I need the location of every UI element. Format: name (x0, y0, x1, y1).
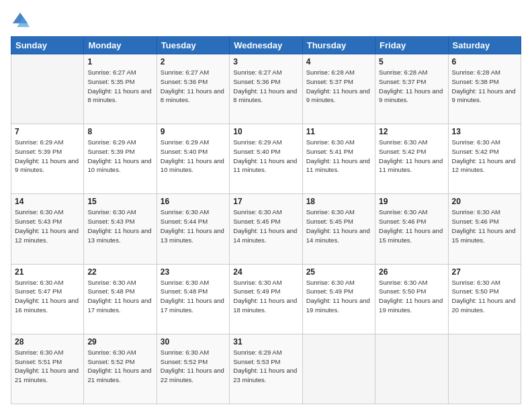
day-number: 12 (379, 127, 444, 136)
calendar-cell (11, 54, 84, 124)
day-number: 20 (452, 197, 517, 206)
calendar-cell: 21Sunrise: 6:30 AMSunset: 5:47 PMDayligh… (11, 264, 84, 334)
calendar-body: 1Sunrise: 6:27 AMSunset: 5:35 PMDaylight… (11, 54, 521, 404)
calendar-cell (302, 334, 375, 404)
day-info: Sunrise: 6:30 AMSunset: 5:49 PMDaylight:… (233, 278, 298, 315)
day-info: Sunrise: 6:30 AMSunset: 5:41 PMDaylight:… (306, 138, 371, 175)
calendar-cell: 23Sunrise: 6:30 AMSunset: 5:48 PMDayligh… (157, 264, 229, 334)
weekday-header-tuesday: Tuesday (157, 37, 229, 54)
calendar-week-5: 28Sunrise: 6:30 AMSunset: 5:51 PMDayligh… (11, 334, 521, 404)
day-info: Sunrise: 6:30 AMSunset: 5:50 PMDaylight:… (379, 278, 444, 315)
day-number: 30 (161, 337, 226, 347)
day-number: 17 (233, 197, 298, 206)
day-info: Sunrise: 6:30 AMSunset: 5:42 PMDaylight:… (379, 138, 444, 175)
logo-icon (11, 11, 30, 30)
calendar-cell: 26Sunrise: 6:30 AMSunset: 5:50 PMDayligh… (375, 264, 448, 334)
calendar-cell: 12Sunrise: 6:30 AMSunset: 5:42 PMDayligh… (375, 124, 448, 194)
weekday-header-saturday: Saturday (448, 37, 521, 54)
day-info: Sunrise: 6:29 AMSunset: 5:40 PMDaylight:… (233, 138, 298, 175)
calendar-cell (448, 334, 521, 404)
calendar-cell: 8Sunrise: 6:29 AMSunset: 5:39 PMDaylight… (84, 124, 157, 194)
day-info: Sunrise: 6:30 AMSunset: 5:47 PMDaylight:… (15, 278, 80, 315)
calendar-cell: 20Sunrise: 6:30 AMSunset: 5:46 PMDayligh… (448, 194, 521, 264)
day-info: Sunrise: 6:29 AMSunset: 5:40 PMDaylight:… (161, 138, 226, 175)
calendar-table: SundayMondayTuesdayWednesdayThursdayFrid… (11, 36, 521, 404)
day-info: Sunrise: 6:27 AMSunset: 5:36 PMDaylight:… (161, 68, 226, 105)
weekday-header-friday: Friday (375, 37, 448, 54)
calendar-cell: 6Sunrise: 6:28 AMSunset: 5:38 PMDaylight… (448, 54, 521, 124)
day-number: 1 (87, 57, 152, 66)
day-number: 23 (161, 267, 226, 277)
calendar-cell: 3Sunrise: 6:27 AMSunset: 5:36 PMDaylight… (230, 54, 302, 124)
day-number: 13 (452, 127, 517, 136)
day-info: Sunrise: 6:30 AMSunset: 5:42 PMDaylight:… (452, 138, 517, 175)
calendar-cell: 28Sunrise: 6:30 AMSunset: 5:51 PMDayligh… (11, 334, 84, 404)
day-info: Sunrise: 6:30 AMSunset: 5:50 PMDaylight:… (452, 278, 517, 315)
day-number: 26 (379, 267, 444, 277)
day-info: Sunrise: 6:28 AMSunset: 5:37 PMDaylight:… (306, 68, 371, 105)
day-number: 10 (233, 127, 298, 136)
calendar-cell: 17Sunrise: 6:30 AMSunset: 5:45 PMDayligh… (230, 194, 302, 264)
calendar-cell: 24Sunrise: 6:30 AMSunset: 5:49 PMDayligh… (230, 264, 302, 334)
calendar-cell (375, 334, 448, 404)
calendar-cell: 16Sunrise: 6:30 AMSunset: 5:44 PMDayligh… (157, 194, 229, 264)
calendar-cell: 19Sunrise: 6:30 AMSunset: 5:46 PMDayligh… (375, 194, 448, 264)
day-number: 15 (87, 197, 152, 206)
day-number: 11 (306, 127, 371, 136)
day-number: 27 (452, 267, 517, 277)
calendar-cell: 29Sunrise: 6:30 AMSunset: 5:52 PMDayligh… (84, 334, 157, 404)
day-number: 14 (15, 197, 80, 206)
day-info: Sunrise: 6:29 AMSunset: 5:53 PMDaylight:… (233, 348, 298, 385)
calendar-cell: 13Sunrise: 6:30 AMSunset: 5:42 PMDayligh… (448, 124, 521, 194)
day-number: 21 (15, 267, 80, 277)
day-info: Sunrise: 6:27 AMSunset: 5:36 PMDaylight:… (233, 68, 298, 105)
calendar-cell: 11Sunrise: 6:30 AMSunset: 5:41 PMDayligh… (302, 124, 375, 194)
day-number: 29 (87, 337, 152, 347)
day-info: Sunrise: 6:27 AMSunset: 5:35 PMDaylight:… (87, 68, 152, 105)
day-info: Sunrise: 6:30 AMSunset: 5:48 PMDaylight:… (87, 278, 152, 315)
day-number: 3 (233, 57, 298, 66)
day-info: Sunrise: 6:28 AMSunset: 5:37 PMDaylight:… (379, 68, 444, 105)
day-info: Sunrise: 6:30 AMSunset: 5:52 PMDaylight:… (161, 348, 226, 385)
day-number: 7 (15, 127, 80, 136)
day-info: Sunrise: 6:30 AMSunset: 5:43 PMDaylight:… (87, 208, 152, 244)
weekday-header-thursday: Thursday (302, 37, 375, 54)
day-number: 6 (452, 57, 517, 66)
day-number: 9 (161, 127, 226, 136)
day-info: Sunrise: 6:30 AMSunset: 5:46 PMDaylight:… (452, 208, 517, 244)
day-number: 31 (233, 337, 298, 347)
calendar-cell: 30Sunrise: 6:30 AMSunset: 5:52 PMDayligh… (157, 334, 229, 404)
day-number: 19 (379, 197, 444, 206)
day-info: Sunrise: 6:30 AMSunset: 5:44 PMDaylight:… (161, 208, 226, 244)
day-info: Sunrise: 6:30 AMSunset: 5:49 PMDaylight:… (306, 278, 371, 315)
day-number: 5 (379, 57, 444, 66)
calendar-cell: 10Sunrise: 6:29 AMSunset: 5:40 PMDayligh… (230, 124, 302, 194)
day-info: Sunrise: 6:30 AMSunset: 5:43 PMDaylight:… (15, 208, 80, 244)
day-number: 18 (306, 197, 371, 206)
calendar-cell: 27Sunrise: 6:30 AMSunset: 5:50 PMDayligh… (448, 264, 521, 334)
day-info: Sunrise: 6:29 AMSunset: 5:39 PMDaylight:… (15, 138, 80, 175)
day-number: 25 (306, 267, 371, 277)
calendar-cell: 22Sunrise: 6:30 AMSunset: 5:48 PMDayligh… (84, 264, 157, 334)
day-info: Sunrise: 6:30 AMSunset: 5:51 PMDaylight:… (15, 348, 80, 385)
day-number: 16 (161, 197, 226, 206)
day-info: Sunrise: 6:30 AMSunset: 5:45 PMDaylight:… (233, 208, 298, 244)
calendar-cell: 31Sunrise: 6:29 AMSunset: 5:53 PMDayligh… (230, 334, 302, 404)
calendar-page: SundayMondayTuesdayWednesdayThursdayFrid… (0, 0, 532, 411)
page-header (11, 11, 521, 30)
day-number: 4 (306, 57, 371, 66)
day-info: Sunrise: 6:30 AMSunset: 5:45 PMDaylight:… (306, 208, 371, 244)
weekday-header-monday: Monday (84, 37, 157, 54)
day-info: Sunrise: 6:30 AMSunset: 5:48 PMDaylight:… (161, 278, 226, 315)
day-number: 22 (87, 267, 152, 277)
calendar-cell: 2Sunrise: 6:27 AMSunset: 5:36 PMDaylight… (157, 54, 229, 124)
day-info: Sunrise: 6:30 AMSunset: 5:52 PMDaylight:… (87, 348, 152, 385)
weekday-header-sunday: Sunday (11, 37, 84, 54)
calendar-week-2: 7Sunrise: 6:29 AMSunset: 5:39 PMDaylight… (11, 124, 521, 194)
calendar-cell: 5Sunrise: 6:28 AMSunset: 5:37 PMDaylight… (375, 54, 448, 124)
calendar-cell: 14Sunrise: 6:30 AMSunset: 5:43 PMDayligh… (11, 194, 84, 264)
weekday-header-wednesday: Wednesday (230, 37, 302, 54)
day-number: 28 (15, 337, 80, 347)
logo (11, 11, 32, 30)
calendar-cell: 4Sunrise: 6:28 AMSunset: 5:37 PMDaylight… (302, 54, 375, 124)
